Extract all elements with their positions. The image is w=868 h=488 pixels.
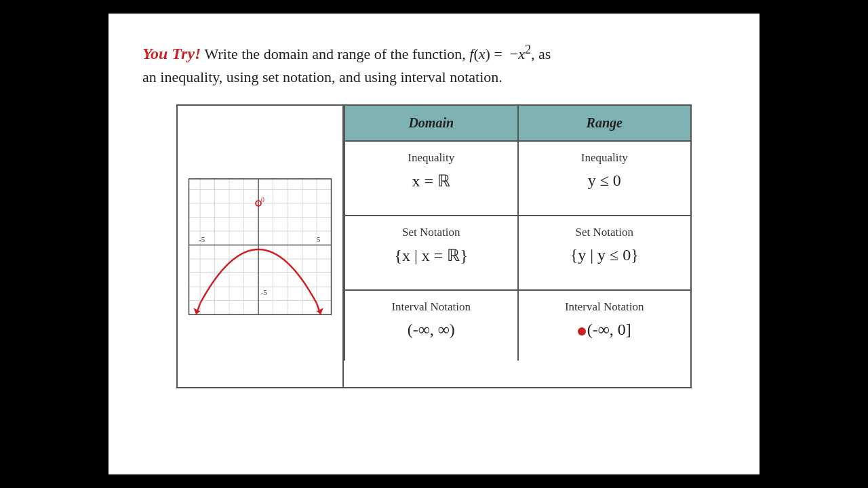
svg-text:0: 0 — [261, 196, 264, 203]
range-inequality-cell: Inequality y ≤ 0 — [517, 142, 691, 215]
inequality-row: Inequality x = ℝ Inequality y ≤ 0 — [344, 140, 690, 215]
interval-notation-row: Interval Notation (-∞, ∞) Interval Notat… — [344, 289, 690, 361]
svg-marker-27 — [193, 308, 200, 314]
range-interval-value: (-∞, 0] — [526, 321, 684, 339]
svg-text:-5: -5 — [199, 235, 205, 243]
table-area: Domain Range Inequality x = ℝ Inequality… — [344, 106, 690, 387]
svg-marker-29 — [317, 308, 323, 314]
domain-interval-label: Interval Notation — [352, 300, 511, 314]
svg-rect-20 — [189, 179, 332, 314]
set-notation-row: Set Notation {x | x = ℝ} Set Notation {y… — [344, 215, 690, 289]
domain-inequality-label: Inequality — [352, 151, 511, 165]
range-set-value: {y | y ≤ 0} — [526, 246, 684, 264]
you-try-label: You Try! — [142, 45, 201, 62]
red-dot-icon — [578, 327, 586, 336]
domain-set-label: Set Notation — [352, 226, 511, 239]
domain-inequality-cell: Inequality x = ℝ — [344, 142, 517, 215]
description-part2: an inequality, using set notation, and u… — [142, 68, 502, 85]
header-text: You Try! Write the domain and range of t… — [142, 41, 726, 88]
svg-text:5: 5 — [317, 235, 320, 243]
range-interval-cell: Interval Notation (-∞, 0] — [517, 291, 691, 361]
range-set-label: Set Notation — [526, 226, 684, 239]
range-set-cell: Set Notation {y | y ≤ 0} — [517, 216, 691, 289]
domain-inequality-value: x = ℝ — [352, 171, 511, 190]
slide: You Try! Write the domain and range of t… — [108, 14, 760, 474]
domain-set-cell: Set Notation {x | x = ℝ} — [344, 216, 517, 289]
domain-set-value: {x | x = ℝ} — [352, 246, 511, 265]
svg-text:-5: -5 — [261, 288, 267, 296]
table-header-row: Domain Range — [344, 106, 690, 140]
range-interval-label: Interval Notation — [526, 300, 684, 314]
description-part1: Write the domain and range of the functi… — [205, 45, 551, 62]
domain-interval-cell: Interval Notation (-∞, ∞) — [344, 291, 517, 361]
range-inequality-value: y ≤ 0 — [526, 171, 684, 190]
graph-svg: -5 5 -5 0 — [184, 176, 336, 318]
range-header: Range — [517, 106, 691, 140]
domain-interval-value: (-∞, ∞) — [352, 321, 511, 339]
range-inequality-label: Inequality — [526, 151, 684, 165]
graph-cell: -5 5 -5 0 — [178, 106, 344, 387]
main-content: -5 5 -5 0 Domain — [176, 104, 692, 388]
domain-header: Domain — [344, 106, 517, 140]
